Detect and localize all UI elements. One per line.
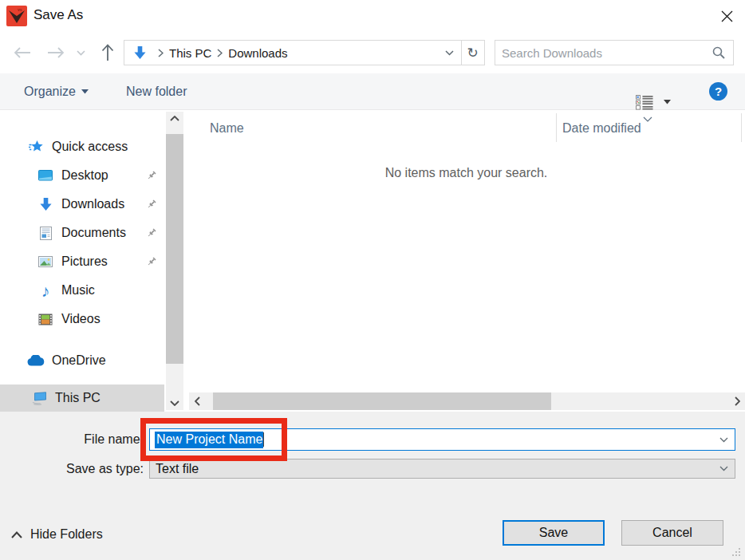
hide-folders-label: Hide Folders <box>30 527 103 542</box>
sidebar-item-downloads[interactable]: Downloads <box>0 190 164 219</box>
hide-folders-button[interactable]: Hide Folders <box>11 527 103 542</box>
command-toolbar: Organize New folder <box>0 73 745 110</box>
file-name-label: File name: <box>6 432 144 447</box>
save-button[interactable]: Save <box>503 520 605 546</box>
column-header-date-modified[interactable]: Date modified <box>562 121 641 136</box>
search-icon[interactable] <box>704 46 733 59</box>
save-as-type-value: Text file <box>156 462 199 476</box>
breadcrumb-downloads[interactable]: Downloads <box>225 46 290 60</box>
breadcrumb-this-pc[interactable]: This PC <box>166 46 215 60</box>
address-bar[interactable]: This PC Downloads <box>124 40 462 65</box>
save-as-type-dropdown-icon[interactable] <box>713 466 735 471</box>
file-name-input[interactable]: New Project Name <box>149 428 735 451</box>
scrollbar-thumb[interactable] <box>166 134 183 364</box>
sidebar-label: Documents <box>61 226 126 240</box>
sidebar-label: Quick access <box>52 140 128 154</box>
save-as-type-select[interactable]: Text file <box>149 459 735 479</box>
horizontal-scrollbar[interactable] <box>189 392 745 410</box>
sidebar-item-pictures[interactable]: Pictures <box>0 247 164 276</box>
svg-text:vs: vs <box>18 7 22 12</box>
forward-icon[interactable] <box>45 43 67 62</box>
scroll-up-icon[interactable] <box>166 112 183 125</box>
column-header-name[interactable]: Name <box>210 121 244 136</box>
refresh-icon[interactable]: ↻ <box>461 40 485 65</box>
sidebar-label: This PC <box>55 391 101 405</box>
quick-access-star-icon <box>27 140 45 154</box>
breadcrumb-separator-icon <box>215 49 225 57</box>
music-note-icon: ♪ <box>37 282 54 299</box>
file-name-dropdown-icon[interactable] <box>713 437 735 443</box>
sidebar-item-this-pc[interactable]: This PC <box>0 385 164 412</box>
sidebar-label: Music <box>61 283 95 298</box>
caret-down-icon <box>664 100 671 105</box>
caret-down-icon <box>81 89 89 94</box>
close-icon[interactable] <box>716 6 737 26</box>
sidebar-item-quick-access[interactable]: Quick access <box>0 132 164 161</box>
new-folder-label: New folder <box>126 85 187 99</box>
search-box[interactable] <box>495 40 734 65</box>
sidebar-item-documents[interactable]: Documents <box>0 219 164 247</box>
content-area: Quick access Desktop Downloads Doc <box>0 110 745 412</box>
pin-icon <box>146 199 157 213</box>
sidebar-label: Videos <box>61 312 101 326</box>
sidebar-scrollbar[interactable] <box>166 112 183 410</box>
sidebar-item-music[interactable]: ♪ Music <box>0 276 164 305</box>
sidebar-label: Pictures <box>61 254 108 269</box>
sidebar-label: Desktop <box>61 168 108 183</box>
sidebar-label: Downloads <box>61 197 124 211</box>
app-logo-icon: vs <box>6 6 27 26</box>
column-divider[interactable] <box>556 113 557 142</box>
sidebar-item-desktop[interactable]: Desktop <box>0 161 164 190</box>
column-divider[interactable] <box>741 113 742 142</box>
pin-icon <box>146 170 157 184</box>
scroll-down-icon[interactable] <box>166 396 183 410</box>
pin-icon <box>146 227 157 242</box>
pictures-icon <box>37 256 54 267</box>
column-filter-chevron-icon[interactable] <box>643 111 652 125</box>
downloads-icon <box>37 198 54 211</box>
address-dropdown-icon[interactable] <box>438 41 461 65</box>
cancel-button[interactable]: Cancel <box>621 520 723 546</box>
chevron-up-icon <box>11 531 22 538</box>
title-bar: vs Save As <box>0 0 745 32</box>
up-icon[interactable] <box>97 41 118 64</box>
breadcrumb-separator-icon <box>156 49 166 57</box>
videos-icon <box>37 314 54 325</box>
sidebar-label: OneDrive <box>52 353 106 368</box>
organize-label: Organize <box>24 85 76 99</box>
scroll-right-icon[interactable] <box>729 392 745 410</box>
back-icon[interactable] <box>11 43 34 62</box>
empty-folder-message: No items match your search. <box>187 166 745 180</box>
file-name-selected-text: New Project Name <box>155 432 263 448</box>
sidebar-item-videos[interactable]: Videos <box>0 305 164 333</box>
downloads-folder-icon <box>131 46 148 60</box>
desktop-icon <box>37 170 54 181</box>
text-caret <box>263 432 264 447</box>
documents-icon <box>37 227 54 240</box>
save-as-type-label: Save as type: <box>6 462 144 476</box>
resize-grip-icon[interactable] <box>731 547 741 557</box>
details-view-icon <box>636 95 654 110</box>
sidebar-item-onedrive[interactable]: OneDrive <box>0 346 164 375</box>
this-pc-icon <box>30 392 48 405</box>
window-title: Save As <box>34 7 83 23</box>
scrollbar-thumb[interactable] <box>213 392 551 410</box>
scroll-left-icon[interactable] <box>189 392 205 410</box>
save-as-dialog: vs Save As This PC Downloads ↻ <box>0 0 745 560</box>
new-folder-button[interactable]: New folder <box>126 73 187 110</box>
organize-button[interactable]: Organize <box>24 73 89 110</box>
help-icon[interactable]: ? <box>709 82 727 101</box>
pin-icon <box>146 256 157 270</box>
onedrive-cloud-icon <box>27 355 45 366</box>
search-input[interactable] <box>495 41 704 65</box>
history-chevron-icon[interactable] <box>73 46 88 59</box>
footer-panel: File name: New Project Name Save as type… <box>0 412 745 560</box>
